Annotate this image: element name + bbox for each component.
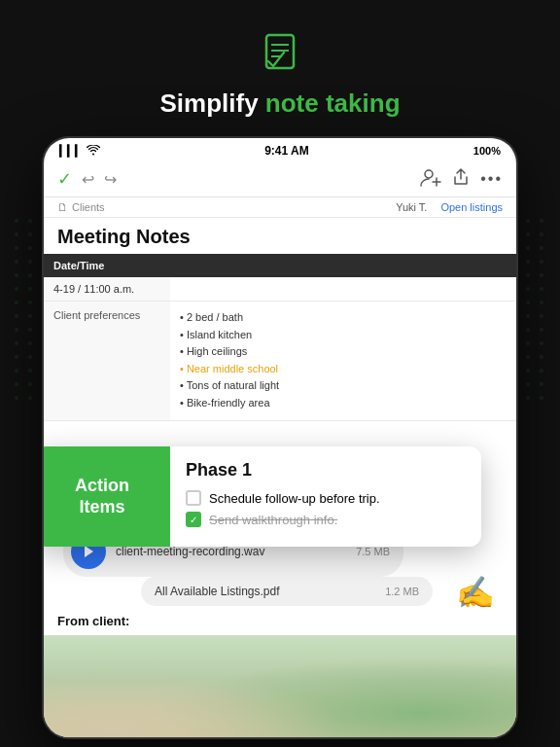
app-toolbar: ✓ ↩ ↪ ••• [44, 161, 516, 197]
svg-text:✍: ✍ [456, 574, 495, 611]
audio-filename: client-meeting-recording.wav [116, 545, 346, 558]
audio-filesize: 7.5 MB [356, 546, 390, 557]
prefs-list: • 2 bed / bath • Island kitchen • High c… [170, 302, 516, 420]
pdf-filename: All Available Listings.pdf [155, 585, 280, 598]
table-row: 4-19 / 11:00 a.m. [44, 277, 516, 302]
breadcrumb-bar: 🗋 Clients Yuki T. Open listings [44, 197, 516, 218]
pdf-file-row[interactable]: All Available Listings.pdf 1.2 MB [141, 577, 433, 606]
prefs-label: Client preferences [44, 302, 170, 420]
status-left: ▎▎▎ [59, 145, 100, 158]
pref-item-highlight: • Near middle school [180, 361, 507, 378]
checkbox-2[interactable]: ✓ [186, 512, 201, 527]
action-items-label-text: Action Items [50, 476, 155, 517]
action-items-popup: Action Items Phase 1 Schedule follow-up … [44, 446, 481, 547]
task-1: Schedule follow-up before trip. [186, 490, 466, 506]
pdf-filesize: 1.2 MB [385, 586, 419, 597]
action-items-content: Phase 1 Schedule follow-up before trip. … [170, 446, 481, 547]
screen-content: Meeting Notes Date/Time 4-19 / 11:00 a.m… [44, 218, 516, 739]
breadcrumb-actions: Yuki T. Open listings [396, 201, 503, 213]
share-icon[interactable] [451, 167, 471, 191]
status-bar: ▎▎▎ 9:41 AM 100% [44, 138, 516, 161]
status-battery: 100% [473, 145, 501, 157]
task-2-text: Send walkthrough info. [209, 513, 337, 527]
pdf-icon: ✍ [454, 570, 497, 613]
toolbar-left: ✓ ↩ ↪ [57, 168, 117, 190]
pref-item: • High ceilings [180, 343, 507, 361]
user-name: Yuki T. [396, 201, 427, 213]
room-image [44, 635, 516, 739]
page-title-bar: Meeting Notes [44, 218, 516, 254]
hero-title: Simplify note taking [159, 89, 400, 119]
hero-section: Simplify note taking [0, 0, 560, 119]
svg-marker-11 [85, 546, 93, 557]
phase-title: Phase 1 [186, 460, 466, 480]
col-header-value [170, 254, 516, 277]
app-icon [261, 31, 299, 79]
table-header: Date/Time [44, 254, 516, 277]
device-frame: ▎▎▎ 9:41 AM 100% ✓ ↩ ↪ [42, 136, 518, 739]
check-icon[interactable]: ✓ [57, 168, 72, 190]
task-2: ✓ Send walkthrough info. [186, 512, 466, 527]
pref-item: • Island kitchen [180, 327, 507, 344]
pref-item: • Tons of natural light [180, 377, 507, 395]
pref-item: • Bike-friendly area [180, 395, 507, 412]
toolbar-right: ••• [420, 167, 503, 191]
more-icon[interactable]: ••• [480, 170, 503, 188]
page-title: Meeting Notes [57, 226, 503, 248]
status-time: 9:41 AM [264, 144, 309, 158]
undo-icon[interactable]: ↩ [82, 170, 94, 189]
redo-icon[interactable]: ↪ [104, 170, 117, 189]
breadcrumb: 🗋 Clients [57, 201, 105, 213]
pref-item: • 2 bed / bath [180, 309, 507, 327]
checkbox-1[interactable] [186, 490, 201, 506]
col-header-date: Date/Time [44, 254, 170, 277]
user-add-icon[interactable] [420, 167, 441, 191]
cell-value [170, 277, 516, 301]
preferences-row: Client preferences • 2 bed / bath • Isla… [44, 302, 516, 421]
signal-icon: ▎▎▎ [59, 145, 83, 158]
from-client-label: From client: [57, 612, 129, 630]
wifi-icon [87, 145, 100, 158]
svg-point-8 [425, 170, 433, 178]
action-items-label-box: Action Items [44, 446, 170, 547]
task-1-text: Schedule follow-up before trip. [209, 491, 380, 506]
cell-date: 4-19 / 11:00 a.m. [44, 277, 170, 301]
open-listings-link[interactable]: Open listings [440, 201, 503, 213]
